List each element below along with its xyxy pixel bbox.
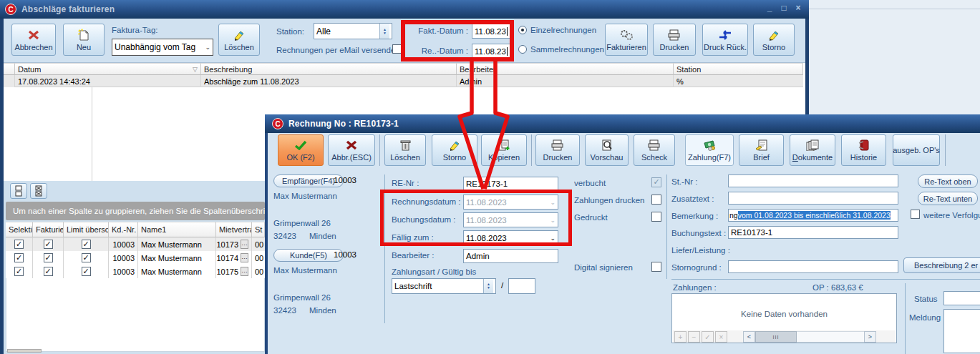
list-header-bearbeiter[interactable]: Bearbeiter: [457, 63, 674, 75]
limit-checkbox[interactable]: ✓: [82, 253, 91, 262]
fakt-datum-input[interactable]: 11.08.23: [472, 24, 511, 39]
storno-button[interactable]: Storno: [432, 134, 477, 166]
digital-signieren-checkbox[interactable]: [651, 262, 661, 272]
deselect-all-button[interactable]: [30, 183, 47, 199]
ellipsis-button[interactable]: …: [241, 253, 248, 262]
pencil-eraser-icon: [447, 139, 462, 152]
vorschau-button[interactable]: Vorschau: [585, 134, 629, 166]
grid-header-mietvertrag[interactable]: Mietvertra: [216, 222, 252, 237]
ellipsis-button[interactable]: …: [241, 267, 248, 276]
spinner-icon[interactable]: ▲▼: [379, 24, 389, 39]
minimize-icon[interactable]: _: [765, 3, 775, 13]
dokumente-button[interactable]: Dokumente: [790, 134, 835, 166]
scroll-left-icon[interactable]: <: [743, 331, 755, 343]
loeschen-button[interactable]: Löschen: [384, 134, 426, 166]
zahlungen-drucken-checkbox[interactable]: [651, 195, 661, 205]
remove-button[interactable]: −: [688, 331, 700, 343]
station-label: Station:: [276, 27, 304, 36]
selektion-checkbox[interactable]: ✓: [14, 267, 24, 276]
re-text-oben-button[interactable]: Re-Text oben: [918, 174, 978, 188]
zahlungen-panel: Keine Daten vorhanden + − ✓ × < III >: [671, 293, 897, 343]
grid-header-st[interactable]: St: [252, 222, 265, 237]
bearbeiter-input[interactable]: Admin: [463, 249, 558, 263]
email-send-checkbox[interactable]: [392, 44, 402, 54]
grid-header-limit[interactable]: Limit übersch: [64, 222, 109, 237]
stornogrund-input[interactable]: [728, 260, 898, 273]
einzelrechnungen-radio[interactable]: [518, 26, 527, 34]
selektion-checkbox[interactable]: ✓: [14, 253, 24, 262]
st-nr-input[interactable]: [728, 174, 898, 187]
bemerkung-input[interactable]: ng vom 01.08.2023 bis einschließlich 31.…: [728, 209, 898, 222]
kopieren-button[interactable]: Kopieren: [481, 134, 527, 166]
grid-header-fakturieren[interactable]: Fakturie: [33, 222, 64, 237]
scroll-right-icon[interactable]: >: [864, 331, 876, 343]
front-titlebar[interactable]: C Rechnung No : RE10173-1: [265, 114, 980, 133]
buchungstext-input[interactable]: RE10173-1: [728, 226, 898, 239]
horizontal-scrollbar[interactable]: [7, 349, 42, 353]
zusatztext-input[interactable]: [728, 192, 898, 205]
cell-st: 00: [252, 265, 265, 278]
grid-header-selektion[interactable]: Selektio: [6, 222, 33, 237]
ellipsis-button[interactable]: …: [241, 240, 248, 249]
maximize-icon[interactable]: □: [779, 3, 789, 13]
weitere-verfolgung-checkbox[interactable]: [911, 210, 920, 219]
re-nr-label: RE-Nr :: [392, 179, 419, 187]
selektion-checkbox[interactable]: ✓: [14, 240, 24, 249]
abbrechen-button[interactable]: Abbr.(ESC): [328, 134, 375, 166]
re-nr-input[interactable]: RE10173-1: [463, 177, 558, 191]
scroll-thumb[interactable]: III: [755, 331, 797, 343]
storno-button[interactable]: Storno: [753, 24, 795, 56]
horizontal-scrollbar[interactable]: < III >: [743, 331, 876, 343]
neu-button[interactable]: Neu: [63, 24, 105, 56]
sammelrechnungen-radio[interactable]: [518, 45, 527, 54]
brief-button[interactable]: Brief: [739, 134, 784, 166]
drucken-button[interactable]: Drucken: [535, 134, 580, 166]
faellig-zum-select[interactable]: 11.08.2023⌄: [463, 230, 558, 245]
op-amount: OP : 683,63 €: [812, 283, 863, 292]
limit-checkbox[interactable]: ✓: [82, 267, 91, 276]
confirm-button[interactable]: ✓: [702, 331, 714, 343]
verbucht-checkbox[interactable]: ✓: [651, 177, 661, 187]
empfaenger-city: Minden: [309, 232, 336, 240]
historie-button[interactable]: Historie: [841, 134, 886, 166]
faktura-tag-select[interactable]: Unabhängig vom Tag ⌄: [112, 39, 213, 56]
list-header-station[interactable]: Station: [674, 63, 803, 75]
status-field: [943, 291, 980, 305]
limit-checkbox[interactable]: ✓: [82, 240, 91, 249]
scheck-button[interactable]: Scheck: [634, 134, 675, 166]
gueltig-bis-input[interactable]: [508, 278, 535, 294]
re-text-unten-button[interactable]: Re-Text unten: [918, 192, 978, 205]
rechnungsdatum-select[interactable]: 11.08.2023⌄: [463, 195, 558, 210]
fakturieren-button[interactable]: Fakturieren: [605, 24, 648, 56]
cancel-button[interactable]: ×: [715, 331, 727, 343]
gedruckt-checkbox[interactable]: [651, 212, 661, 222]
abbrechen-button[interactable]: Abbrechen: [11, 24, 56, 56]
spinner-icon[interactable]: ▲▼: [483, 279, 493, 293]
fakturieren-checkbox[interactable]: ✓: [44, 267, 53, 276]
close-icon[interactable]: ×: [793, 3, 803, 13]
list-header-datum[interactable]: Datum▽: [15, 63, 201, 75]
station-select[interactable]: Alle ▲▼: [314, 23, 392, 39]
ok-button[interactable]: OK (F2): [278, 134, 324, 166]
zahlung-button[interactable]: Zahlung(F7): [685, 134, 734, 166]
druck-rueck-button[interactable]: Druck Rück.: [702, 24, 748, 56]
select-all-button[interactable]: [10, 183, 27, 199]
slash-separator: /: [501, 281, 503, 290]
re-datum-input[interactable]: 11.08.23: [472, 44, 511, 59]
buchungsdatum-select[interactable]: 11.08.2023⌄: [463, 212, 558, 227]
beschreibung2-button[interactable]: Beschreibung 2 er: [903, 257, 980, 273]
list-header-beschreibung[interactable]: Beschreibung: [201, 63, 457, 75]
drucken-button[interactable]: Drucken: [653, 24, 696, 56]
section-separator: [671, 279, 980, 280]
fakturieren-checkbox[interactable]: ✓: [44, 253, 53, 262]
zahlungsart-select[interactable]: Lastschrift ▲▼: [392, 278, 496, 294]
back-titlebar[interactable]: C Abschläge fakturieren _ □ ×: [0, 0, 809, 19]
cell-bearbeiter: Admin: [457, 75, 674, 87]
ausgeb-ops-button[interactable]: ausgeb. OP's: [893, 134, 940, 166]
grid-header-kdnr[interactable]: Kd.-Nr.: [109, 222, 138, 237]
fakturieren-checkbox[interactable]: ✓: [44, 240, 53, 249]
grid-header-name1[interactable]: Name1: [138, 222, 216, 237]
add-button[interactable]: +: [674, 331, 687, 343]
st-nr-label: St.-Nr :: [671, 177, 697, 186]
loeschen-button[interactable]: Löschen: [218, 24, 260, 56]
